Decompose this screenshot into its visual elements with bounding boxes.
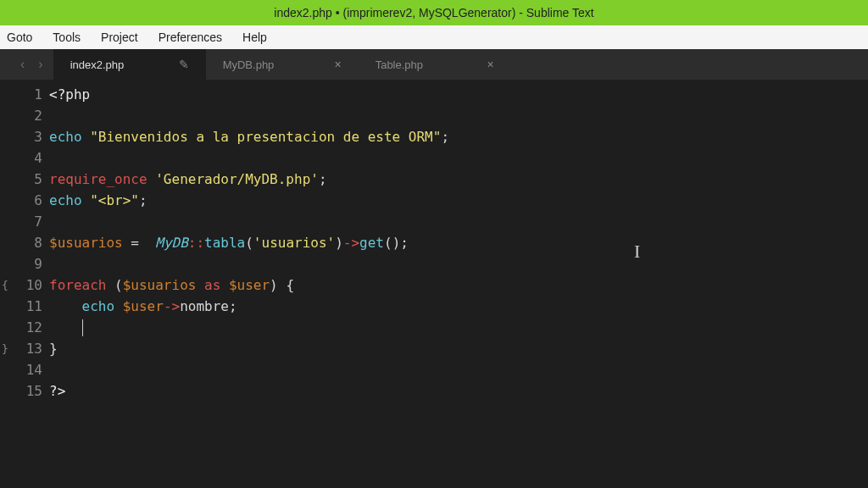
line-num: 2 <box>8 105 42 126</box>
menu-goto[interactable]: Goto <box>7 30 32 44</box>
close-tab-icon[interactable]: × <box>487 58 493 71</box>
code-line: $usuarios = MyDB::tabla('usuarios')->get… <box>49 232 868 253</box>
line-num: 8 <box>8 232 42 253</box>
nav-back-icon[interactable]: ‹ <box>20 57 25 72</box>
code-line: foreach ($usuarios as $user) { <box>49 274 868 296</box>
line-num: 4 <box>8 147 42 169</box>
tab-label: MyDB.php <box>223 58 275 71</box>
line-num: 7 <box>8 211 42 232</box>
line-num: 3 <box>8 126 42 147</box>
code-line <box>49 147 868 169</box>
code-line: echo "Bienvenidos a la presentacion de e… <box>49 126 868 147</box>
code-line: echo "<br>"; <box>49 190 868 211</box>
line-num: 15 <box>8 380 42 402</box>
mouse-text-cursor-icon: I <box>634 241 640 262</box>
code-area[interactable]: <?php echo "Bienvenidos a la presentacio… <box>49 80 868 488</box>
tab-label: Table.php <box>376 58 423 71</box>
line-num: 1 <box>8 84 42 105</box>
line-num: 9 <box>8 253 42 274</box>
code-line <box>49 105 868 126</box>
tab-bar: ‹ › index2.php ✎ MyDB.php × Table.php × <box>0 49 868 80</box>
line-num: 11 <box>8 296 42 317</box>
menu-tools[interactable]: Tools <box>53 30 81 44</box>
fold-open-icon[interactable]: { <box>2 274 8 296</box>
line-num: 6 <box>8 190 42 211</box>
nav-forward-icon[interactable]: › <box>38 57 42 72</box>
nav-arrows: ‹ › <box>10 57 53 72</box>
line-num: 12 <box>8 317 42 338</box>
menu-preferences[interactable]: Preferences <box>159 30 222 44</box>
tab-index2[interactable]: index2.php ✎ <box>53 49 206 80</box>
code-line: } <box>49 338 868 359</box>
code-line <box>49 253 868 274</box>
dirty-indicator-icon: ✎ <box>179 58 189 71</box>
close-tab-icon[interactable]: × <box>334 58 341 71</box>
text-caret <box>82 319 83 336</box>
tab-label: index2.php <box>70 58 125 71</box>
code-line <box>49 317 868 338</box>
line-number-gutter: 1 2 3 4 5 6 7 8 9 {10 11 12 }13 14 15 <box>0 80 49 488</box>
window-title: index2.php • (imprimerev2, MySQLGenerato… <box>274 6 593 19</box>
tab-mydb[interactable]: MyDB.php × <box>206 49 359 80</box>
window-title-bar: index2.php • (imprimerev2, MySQLGenerato… <box>0 0 868 25</box>
line-num: 5 <box>8 169 42 190</box>
code-line <box>49 359 868 380</box>
menu-help[interactable]: Help <box>242 30 267 44</box>
line-num: {10 <box>8 274 42 296</box>
code-editor[interactable]: 1 2 3 4 5 6 7 8 9 {10 11 12 }13 14 15 <?… <box>0 80 868 488</box>
menu-bar: Goto Tools Project Preferences Help <box>0 25 868 49</box>
menu-project[interactable]: Project <box>101 30 138 44</box>
line-num: 14 <box>8 359 42 380</box>
code-line <box>49 211 868 232</box>
tab-table[interactable]: Table.php × <box>359 49 511 80</box>
code-line: require_once 'Generador/MyDB.php'; <box>49 169 868 190</box>
code-line: ?> <box>49 380 868 402</box>
line-num: }13 <box>8 338 42 359</box>
code-line: echo $user->nombre; <box>49 296 868 317</box>
code-line: <?php <box>49 84 868 105</box>
fold-close-icon[interactable]: } <box>2 338 8 359</box>
